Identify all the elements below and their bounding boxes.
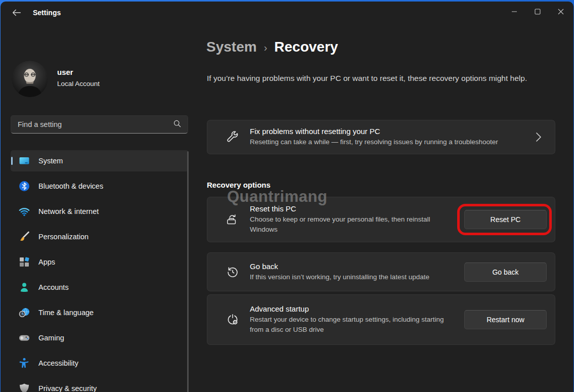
section-header: Recovery options bbox=[207, 181, 271, 189]
search-box[interactable] bbox=[11, 115, 188, 134]
sidebar-item-time-language[interactable]: Time & language bbox=[11, 302, 189, 323]
advanced-startup-subtitle: Restart your device to change startup se… bbox=[250, 315, 459, 335]
sidebar-item-label: Time & language bbox=[38, 309, 94, 317]
wrench-icon bbox=[226, 130, 240, 144]
minimize-button[interactable] bbox=[503, 2, 526, 23]
titlebar: Settings bbox=[1, 2, 573, 25]
advanced-startup-card: Advanced startup Restart your device to … bbox=[207, 294, 555, 345]
reset-pc-subtitle: Choose to keep or remove your personal f… bbox=[250, 214, 459, 235]
close-icon bbox=[558, 9, 564, 16]
sidebar-item-label: Personalization bbox=[38, 233, 89, 241]
accounts-icon bbox=[18, 281, 30, 293]
sidebar-item-gaming[interactable]: Gaming bbox=[11, 327, 189, 349]
selection-pill bbox=[11, 157, 13, 165]
chevron-right-icon bbox=[536, 132, 542, 142]
breadcrumb-separator-icon: › bbox=[264, 42, 268, 54]
breadcrumb: System › Recovery bbox=[206, 39, 338, 55]
app-title: Settings bbox=[33, 9, 61, 17]
sidebar-item-apps[interactable]: Apps bbox=[11, 251, 189, 273]
maximize-icon bbox=[535, 9, 541, 16]
reset-pc-title: Reset this PC bbox=[250, 204, 459, 213]
go-back-card: Go back If this version isn’t working, t… bbox=[207, 252, 555, 291]
sidebar-item-label: Gaming bbox=[38, 334, 64, 342]
sidebar-item-label: Accessibility bbox=[38, 359, 78, 367]
sidebar-item-accounts[interactable]: Accounts bbox=[11, 277, 189, 298]
search-icon[interactable] bbox=[173, 119, 182, 130]
sidebar-item-label: Privacy & security bbox=[38, 384, 97, 392]
network-icon bbox=[18, 205, 30, 217]
sidebar: user Local Account System Bluetooth bbox=[1, 25, 199, 392]
sidebar-item-network-internet[interactable]: Network & internet bbox=[11, 201, 189, 222]
personalization-icon bbox=[18, 231, 30, 243]
accessibility-icon bbox=[18, 357, 30, 369]
sidebar-item-label: Network & internet bbox=[38, 207, 99, 215]
sidebar-item-personalization[interactable]: Personalization bbox=[11, 226, 189, 247]
apps-icon bbox=[18, 256, 30, 268]
minimize-icon bbox=[511, 9, 517, 16]
gaming-icon bbox=[18, 332, 30, 344]
page-description: If you’re having problems with your PC o… bbox=[207, 72, 552, 84]
go-back-button[interactable]: Go back bbox=[464, 263, 547, 282]
power-gear-icon bbox=[226, 313, 240, 327]
sidebar-scrollbar[interactable] bbox=[187, 151, 189, 392]
account-type: Local Account bbox=[57, 80, 100, 88]
back-button[interactable] bbox=[8, 6, 26, 20]
page-title: Recovery bbox=[274, 39, 338, 55]
sidebar-item-accessibility[interactable]: Accessibility bbox=[11, 353, 189, 374]
window-controls bbox=[503, 2, 572, 23]
arrow-left-icon bbox=[11, 7, 22, 20]
sidebar-item-label: Bluetooth & devices bbox=[38, 182, 103, 190]
close-button[interactable] bbox=[549, 2, 572, 23]
sidebar-item-bluetooth-devices[interactable]: Bluetooth & devices bbox=[11, 176, 189, 197]
search-input[interactable] bbox=[18, 120, 173, 128]
bluetooth-icon bbox=[18, 180, 30, 192]
sidebar-item-label: Apps bbox=[38, 258, 55, 266]
system-icon bbox=[18, 155, 30, 167]
troubleshoot-title: Fix problems without resetting your PC bbox=[250, 127, 531, 136]
go-back-subtitle: If this version isn’t working, try unins… bbox=[250, 272, 459, 282]
avatar[interactable] bbox=[12, 61, 48, 97]
sidebar-nav: System Bluetooth & devices Network & int… bbox=[11, 150, 189, 392]
history-icon bbox=[226, 265, 240, 279]
sidebar-item-system[interactable]: System bbox=[11, 150, 189, 171]
reset-pc-card: Reset this PC Choose to keep or remove y… bbox=[207, 197, 555, 242]
privacy-icon bbox=[18, 382, 30, 392]
main-content: System › Recovery If you’re having probl… bbox=[206, 25, 573, 392]
settings-window: Settings bbox=[1, 2, 573, 392]
sidebar-item-label: System bbox=[38, 157, 63, 165]
advanced-startup-title: Advanced startup bbox=[250, 304, 459, 313]
restart-now-button[interactable]: Restart now bbox=[464, 310, 547, 329]
reset-pc-icon bbox=[226, 212, 240, 227]
time-language-icon bbox=[18, 307, 30, 319]
reset-pc-button[interactable]: Reset PC bbox=[464, 210, 547, 229]
sidebar-item-privacy-security[interactable]: Privacy & security bbox=[11, 378, 189, 392]
sidebar-item-label: Accounts bbox=[38, 283, 69, 291]
troubleshoot-subtitle: Resetting can take a while — first, try … bbox=[250, 137, 531, 147]
maximize-button[interactable] bbox=[526, 2, 549, 23]
breadcrumb-parent[interactable]: System bbox=[206, 39, 257, 55]
go-back-title: Go back bbox=[250, 262, 459, 271]
troubleshoot-card[interactable]: Fix problems without resetting your PC R… bbox=[207, 120, 555, 154]
account-name: user bbox=[57, 68, 73, 76]
